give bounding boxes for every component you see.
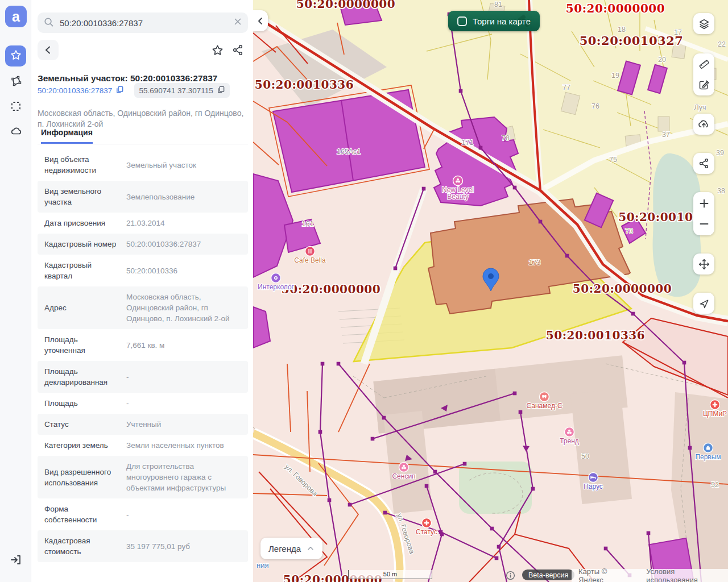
share-map-button[interactable] bbox=[693, 153, 714, 174]
utility-node bbox=[321, 363, 324, 365]
cadastral-number-chip[interactable]: 50:20:0010336:27837 bbox=[38, 83, 129, 98]
cadastral-label: 50:20:0010327 bbox=[580, 34, 684, 48]
parcel-number: 161 bbox=[302, 220, 314, 228]
poi-label: Санамед-С bbox=[526, 402, 562, 410]
poi-label: Статус bbox=[416, 528, 437, 536]
back-button[interactable] bbox=[38, 40, 59, 60]
favorite-star-button[interactable] bbox=[207, 40, 228, 60]
beauty-icon bbox=[404, 467, 406, 469]
info-icon[interactable] bbox=[506, 571, 515, 580]
beauty-icon bbox=[402, 467, 404, 469]
info-row-value: Учтенный bbox=[126, 419, 241, 430]
tab-information[interactable]: Информация bbox=[41, 128, 93, 144]
coordinates-value: 55.690741 37.307115 bbox=[139, 86, 213, 95]
sidebar-item-area-select[interactable] bbox=[5, 97, 26, 118]
object-address: Московская область, Одинцовский район, г… bbox=[38, 108, 247, 130]
cadastral-label: 50:20:0010336 bbox=[255, 78, 354, 92]
beauty-icon bbox=[567, 431, 569, 434]
sidebar-panel: Земельный участок: 50:20:0010336:27837 5… bbox=[31, 0, 253, 582]
map-canvas[interactable]: ул. Говороваул. Говорования 817877181722… bbox=[253, 0, 728, 582]
ruler-button[interactable] bbox=[693, 54, 714, 74]
utility-node bbox=[425, 485, 428, 487]
utility-node bbox=[319, 431, 321, 433]
utility-node bbox=[532, 488, 534, 490]
clear-search-icon[interactable] bbox=[233, 17, 242, 28]
info-row: Площадь- bbox=[38, 393, 248, 414]
info-row-value: Московская область, Одинцовский район, г… bbox=[126, 292, 241, 324]
parcel-number: 165Ас1 bbox=[337, 148, 361, 156]
utility-node bbox=[337, 363, 340, 365]
beauty-icon bbox=[403, 465, 405, 467]
sidebar-item-cloud[interactable] bbox=[5, 122, 26, 143]
search-icon bbox=[43, 16, 54, 30]
logout-button[interactable] bbox=[5, 550, 26, 571]
layers-button[interactable] bbox=[693, 13, 714, 34]
sidebar-item-polygon-select[interactable] bbox=[5, 72, 26, 93]
poi-label: Тренд bbox=[560, 437, 579, 445]
parcel-number: 37 bbox=[662, 131, 670, 139]
info-row-label: Площадь декларированная bbox=[44, 366, 119, 388]
utility-node bbox=[371, 438, 374, 440]
parcel-number: 73 bbox=[625, 227, 633, 235]
utility-node bbox=[683, 361, 685, 364]
info-row-label: Адрес bbox=[44, 302, 119, 313]
pan-mode-button[interactable] bbox=[693, 253, 714, 275]
sidebar-item-favorites[interactable] bbox=[5, 45, 26, 66]
beauty-icon bbox=[456, 180, 458, 182]
attribution-maps[interactable]: Карты © Яндекс bbox=[578, 567, 634, 582]
cadastral-label: 50:20:0000000 bbox=[573, 282, 672, 296]
utility-node bbox=[434, 471, 436, 473]
share-icon bbox=[698, 157, 710, 169]
measure-edit-group bbox=[693, 53, 714, 95]
utility-node bbox=[514, 392, 516, 394]
trades-on-map-toggle[interactable]: Торги на карте bbox=[448, 11, 540, 31]
copy-icon[interactable] bbox=[115, 85, 124, 95]
parcel-number: 78 bbox=[502, 134, 510, 142]
legend-button[interactable]: Легенда bbox=[260, 538, 322, 559]
page-title: Земельный участок: 50:20:0010336:27837 bbox=[38, 73, 249, 84]
parcel-number: 76 bbox=[592, 102, 599, 110]
utility-node bbox=[464, 463, 466, 465]
app-logo[interactable]: a bbox=[5, 6, 27, 27]
utility-node bbox=[689, 447, 691, 449]
trades-checkbox[interactable] bbox=[457, 16, 467, 26]
upload-button[interactable] bbox=[693, 114, 714, 135]
collapse-sidebar-button[interactable] bbox=[253, 10, 268, 31]
info-row: Вид объекта недвижимостиЗемельный участо… bbox=[38, 149, 248, 181]
info-row: СтатусУчтенный bbox=[38, 414, 248, 435]
parcel-number: 39 bbox=[716, 149, 724, 157]
copy-icon[interactable] bbox=[217, 85, 225, 95]
info-row-value: Земельный участок bbox=[126, 160, 241, 171]
search-bar[interactable] bbox=[38, 13, 248, 33]
shop-icon bbox=[706, 447, 710, 450]
info-row-label: Вид объекта недвижимости bbox=[44, 154, 119, 176]
map-area[interactable]: ул. Говороваул. Говорования 817877181722… bbox=[253, 0, 728, 582]
info-row-label: Кадастровый квартал bbox=[44, 260, 119, 281]
info-row: Кадастровый квартал50:20:0010336 bbox=[38, 255, 248, 286]
info-row-value: - bbox=[126, 509, 241, 520]
info-row-label: Вид земельного участка bbox=[44, 186, 119, 207]
info-row-label: Категория земель bbox=[44, 440, 119, 451]
share-button[interactable] bbox=[228, 40, 248, 60]
cadastral-label: 50:20:0000000 bbox=[282, 282, 380, 296]
attribution-terms[interactable]: Условия использования bbox=[646, 567, 728, 582]
search-input[interactable] bbox=[59, 18, 229, 28]
info-row: Дата присвоения21.03.2014 bbox=[38, 213, 248, 234]
coordinates-chip[interactable]: 55.690741 37.307115 bbox=[134, 83, 229, 98]
utility-node bbox=[632, 313, 634, 315]
zoom-in-button[interactable] bbox=[693, 193, 714, 214]
info-row-label: Вид разрешенного использования bbox=[44, 467, 119, 488]
info-row-value: Для строительства многоуровнего гаража с… bbox=[126, 461, 241, 493]
cadastral-label: 50:20:00103 bbox=[618, 210, 701, 224]
parcel-number: 52 bbox=[711, 481, 719, 489]
parcel-number: 81 bbox=[494, 1, 502, 9]
utility-node bbox=[498, 546, 500, 548]
info-row-label: Площадь bbox=[44, 398, 119, 409]
cloud-icon bbox=[10, 125, 22, 140]
draw-button[interactable] bbox=[693, 74, 714, 95]
zoom-out-button[interactable] bbox=[693, 214, 714, 234]
info-row: Форма собственности- bbox=[38, 498, 248, 530]
beauty-icon bbox=[568, 430, 570, 432]
locate-me-button[interactable] bbox=[693, 293, 714, 314]
cadastral-label: 50:20:0000000 bbox=[296, 0, 395, 11]
